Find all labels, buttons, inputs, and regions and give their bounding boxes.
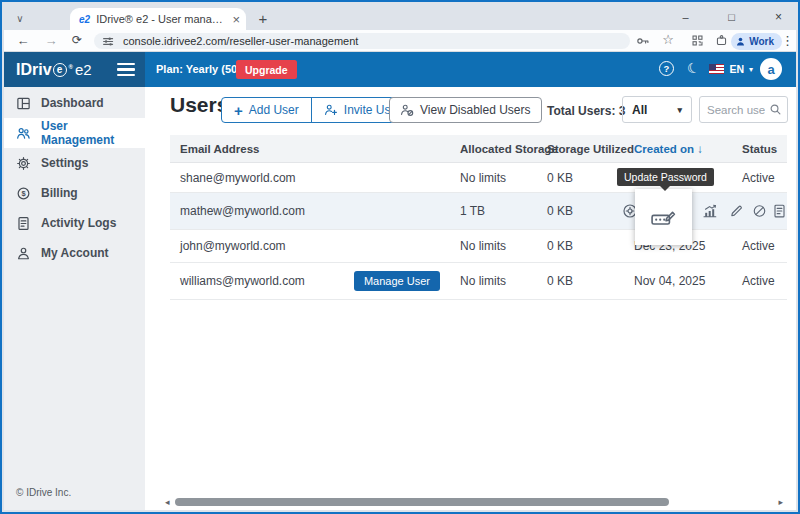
user-email: john@myworld.com — [170, 239, 450, 253]
users-icon — [16, 126, 31, 141]
plus-icon: + — [234, 103, 243, 118]
scroll-right-arrow-icon[interactable]: ▸ — [778, 497, 783, 507]
account-avatar[interactable]: a — [760, 58, 782, 80]
language-selector[interactable]: EN ▾ — [709, 63, 753, 75]
dashboard-icon — [16, 96, 31, 111]
logo-panel: IDrive®e2 — [4, 52, 145, 87]
pinned-extension-icon[interactable] — [691, 34, 704, 47]
idrive-e2-favicon: e2 — [79, 14, 90, 25]
passwords-key-icon[interactable] — [636, 34, 650, 48]
main-content: Users + Add User Invite Users View Disab… — [145, 87, 796, 510]
table-row-hovered[interactable]: mathew@myworld.com 1 TB 0 KB — [170, 193, 787, 230]
tab-search-chevron-icon[interactable]: ∨ — [12, 10, 28, 26]
copyright-footer: © IDrive Inc. — [16, 487, 71, 498]
dollar-circle-icon: $ — [16, 186, 31, 201]
user-statistics-icon[interactable] — [702, 203, 718, 219]
status-badge: Active — [732, 171, 787, 185]
disable-user-icon[interactable] — [752, 204, 767, 219]
sidebar: Dashboard User Management Settings $ Bil… — [4, 87, 145, 510]
browser-window: ∨ e2 IDrive® e2 - User management × + – … — [0, 0, 800, 514]
allocated-storage: No limits — [450, 239, 537, 253]
browser-toolbar: ← → ⟳ console.idrivee2.com/reseller-user… — [4, 30, 796, 52]
help-icon[interactable]: ? — [659, 61, 674, 76]
profile-chip[interactable]: Work — [731, 33, 782, 50]
table-row[interactable]: john@myworld.com No limits 0 KB Dec 23, … — [170, 230, 787, 263]
chevron-down-icon: ▾ — [749, 65, 753, 74]
dropdown-caret-icon: ▾ — [677, 105, 682, 115]
user-email: mathew@myworld.com — [170, 204, 450, 218]
created-on: Nov 04, 2025 — [624, 274, 732, 288]
user-email: shane@myworld.com — [170, 171, 450, 185]
sidebar-item-my-account[interactable]: My Account — [4, 238, 145, 268]
back-icon[interactable]: ← — [14, 33, 32, 48]
upgrade-button[interactable]: Upgrade — [236, 60, 297, 79]
manage-user-button[interactable]: Manage User — [354, 271, 440, 291]
forward-icon[interactable]: → — [42, 33, 60, 48]
sort-desc-arrow-icon: ↓ — [697, 143, 703, 155]
status-badge: Active — [732, 239, 787, 253]
sidebar-item-settings[interactable]: Settings — [4, 148, 145, 178]
document-icon — [16, 216, 31, 231]
tab-title: IDrive® e2 - User management — [96, 13, 227, 25]
person-disabled-icon — [400, 103, 414, 117]
profile-avatar-icon — [735, 36, 746, 47]
extensions-icon[interactable] — [715, 34, 728, 47]
table-header-row: Email Address Allocated Storage Storage … — [170, 135, 787, 163]
update-password-tooltip: Update Password — [617, 168, 714, 186]
address-bar[interactable]: console.idrivee2.com/reseller-user-manag… — [94, 33, 630, 49]
window-close-button[interactable]: × — [771, 8, 786, 26]
view-disabled-users-button[interactable]: View Disabled Users — [389, 97, 542, 123]
sidebar-item-billing[interactable]: $ Billing — [4, 178, 145, 208]
search-input[interactable] — [707, 104, 765, 116]
scroll-left-arrow-icon[interactable]: ◂ — [165, 497, 170, 507]
storage-utilized: 0 KB — [537, 239, 624, 253]
allocated-storage: No limits — [450, 274, 537, 288]
app-header: IDrive®e2 Plan: Yearly (50 TB) Upgrade ?… — [4, 52, 796, 87]
person-plus-icon — [324, 103, 338, 117]
profile-label: Work — [749, 36, 774, 47]
tab-strip: ∨ e2 IDrive® e2 - User management × + – … — [4, 4, 796, 30]
column-allocated: Allocated Storage — [450, 143, 537, 155]
column-email: Email Address — [170, 143, 450, 155]
browser-tab[interactable]: e2 IDrive® e2 - User management × — [70, 8, 246, 30]
column-created-on-sort[interactable]: Created on ↓ — [624, 143, 732, 155]
user-email: williams@myworld.com — [180, 274, 305, 288]
edit-user-icon[interactable] — [729, 204, 744, 219]
user-filter-dropdown[interactable]: All ▾ — [622, 96, 692, 123]
user-logs-icon[interactable] — [772, 204, 787, 219]
site-settings-icon[interactable] — [102, 35, 115, 48]
gear-icon — [16, 156, 31, 171]
reload-icon[interactable]: ⟳ — [68, 33, 86, 47]
language-code: EN — [729, 63, 744, 75]
add-user-button[interactable]: + Add User — [222, 98, 311, 122]
sidebar-item-activity-logs[interactable]: Activity Logs — [4, 208, 145, 238]
tab-close-icon[interactable]: × — [232, 13, 240, 26]
update-password-icon[interactable] — [651, 207, 677, 228]
hamburger-menu-icon[interactable] — [117, 63, 135, 79]
new-tab-button[interactable]: + — [254, 9, 272, 27]
kebab-menu-icon[interactable]: ⋮ — [781, 33, 794, 48]
idrive-e2-logo[interactable]: IDrive®e2 — [16, 61, 92, 79]
window-minimize-button[interactable]: – — [678, 8, 693, 26]
allocated-storage: No limits — [450, 171, 537, 185]
sidebar-item-user-management[interactable]: User Management — [4, 118, 145, 148]
svg-text:$: $ — [21, 189, 26, 198]
url-text: console.idrivee2.com/reseller-user-manag… — [123, 33, 358, 49]
horizontal-scrollbar[interactable]: ◂ ▸ — [165, 497, 783, 507]
storage-utilized: 0 KB — [537, 204, 624, 218]
allocated-storage: 1 TB — [450, 204, 537, 218]
dark-mode-moon-icon[interactable]: ☾ — [686, 59, 702, 78]
table-row[interactable]: williams@myworld.com Manage User No limi… — [170, 263, 787, 300]
us-flag-icon — [709, 64, 724, 74]
search-icon — [769, 103, 782, 116]
column-utilized: Storage Utilized — [537, 143, 624, 155]
scrollbar-thumb[interactable] — [175, 498, 669, 506]
page-title: Users — [170, 93, 228, 117]
bookmark-star-icon[interactable]: ☆ — [662, 32, 674, 47]
total-users-count: Total Users: 3 — [547, 104, 625, 118]
update-password-popover[interactable] — [635, 189, 692, 245]
window-maximize-button[interactable]: □ — [724, 8, 739, 26]
sidebar-item-dashboard[interactable]: Dashboard — [4, 88, 145, 118]
status-badge: Active — [732, 274, 787, 288]
storage-utilized: 0 KB — [537, 171, 624, 185]
